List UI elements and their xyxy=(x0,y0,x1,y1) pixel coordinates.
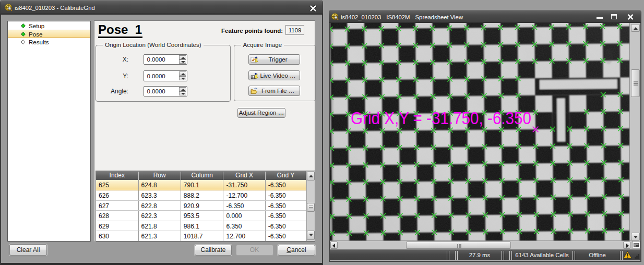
svg-text:Grid X,Y = -31.750, -6.350: Grid X,Y = -31.750, -6.350 xyxy=(351,108,531,128)
